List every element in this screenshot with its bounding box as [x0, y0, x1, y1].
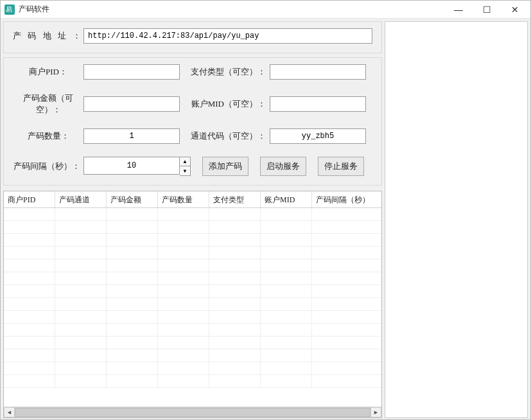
table-row[interactable]: [4, 247, 381, 259]
app-icon: [4, 4, 15, 15]
scroll-left-icon[interactable]: ◄: [4, 407, 15, 417]
paytype-label: 支付类型（可空）：: [186, 66, 270, 78]
table-body[interactable]: [4, 208, 381, 407]
url-label: 产码地址：: [13, 30, 83, 42]
interval-spinner: ▲ ▼: [83, 157, 191, 176]
titlebar: 产码软件 — ☐ ✕: [1, 1, 530, 19]
data-table: 商户PID 产码通道 产码金额 产码数量 支付类型 账户MID 产码间隔（秒） …: [3, 191, 382, 418]
url-group: 产码地址：: [3, 21, 382, 53]
table-row[interactable]: [4, 337, 381, 349]
scroll-thumb[interactable]: [15, 408, 370, 417]
channel-label: 通道代码（可空）：: [186, 130, 270, 142]
table-row[interactable]: [4, 324, 381, 337]
th-paytype[interactable]: 支付类型: [209, 191, 261, 207]
table-row[interactable]: [4, 298, 381, 311]
right-panel: [385, 21, 528, 418]
th-channel[interactable]: 产码通道: [55, 191, 107, 207]
th-qty[interactable]: 产码数量: [158, 191, 209, 207]
pid-input[interactable]: [83, 64, 180, 80]
window-title: 产码软件: [19, 4, 49, 15]
scroll-right-icon[interactable]: ►: [370, 407, 381, 417]
table-header: 商户PID 产码通道 产码金额 产码数量 支付类型 账户MID 产码间隔（秒）: [4, 191, 381, 208]
stop-button[interactable]: 停止服务: [318, 157, 364, 176]
mid-label: 账户MID（可空）：: [186, 98, 270, 110]
interval-input[interactable]: [83, 157, 180, 175]
qty-input[interactable]: [83, 128, 180, 144]
close-button[interactable]: ✕: [501, 1, 529, 19]
params-group: 商户PID： 支付类型（可空）： 产码金额（可空）： 账户MID（可空）： 产码…: [3, 57, 382, 186]
pid-label: 商户PID：: [13, 66, 83, 78]
maximize-button[interactable]: ☐: [473, 1, 501, 19]
client-area: 产码地址： 商户PID： 支付类型（可空）： 产码金额（可空）： 账户MID（可…: [1, 19, 530, 420]
table-row[interactable]: [4, 208, 381, 221]
scroll-track[interactable]: [15, 407, 370, 417]
th-mid[interactable]: 账户MID: [261, 191, 312, 207]
amount-input[interactable]: [83, 96, 180, 112]
table-row[interactable]: [4, 349, 381, 362]
table-row[interactable]: [4, 234, 381, 247]
channel-input[interactable]: [270, 128, 366, 144]
start-button[interactable]: 启动服务: [260, 157, 306, 176]
th-amount[interactable]: 产码金额: [107, 191, 158, 207]
left-panel: 产码地址： 商户PID： 支付类型（可空）： 产码金额（可空）： 账户MID（可…: [3, 21, 382, 418]
amount-label: 产码金额（可空）：: [13, 92, 83, 116]
table-row[interactable]: [4, 285, 381, 298]
table-row[interactable]: [4, 311, 381, 324]
spinner-down-icon[interactable]: ▼: [180, 166, 190, 175]
table-row[interactable]: [4, 272, 381, 285]
interval-label: 产码间隔（秒）：: [13, 161, 83, 172]
qty-label: 产码数量：: [13, 130, 83, 142]
table-row[interactable]: [4, 362, 381, 375]
spinner-up-icon[interactable]: ▲: [180, 157, 190, 166]
table-row[interactable]: [4, 259, 381, 272]
minimize-button[interactable]: —: [444, 1, 473, 19]
th-interval[interactable]: 产码间隔（秒）: [312, 191, 381, 207]
add-button[interactable]: 添加产码: [202, 157, 248, 176]
table-row[interactable]: [4, 221, 381, 234]
mid-input[interactable]: [270, 96, 366, 112]
paytype-input[interactable]: [270, 64, 366, 80]
table-row[interactable]: [4, 375, 381, 388]
url-input[interactable]: [83, 28, 372, 44]
horizontal-scrollbar[interactable]: ◄ ►: [4, 407, 381, 417]
th-pid[interactable]: 商户PID: [4, 191, 55, 207]
